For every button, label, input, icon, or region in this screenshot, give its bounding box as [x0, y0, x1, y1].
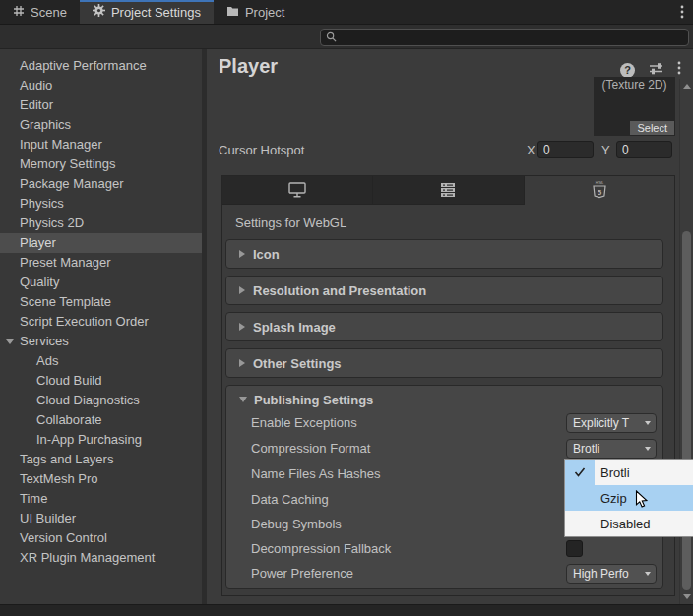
player-settings-panel: Player ? (Texture 2D) Select Cursor Hots… [207, 49, 693, 604]
dropdown-value: Explicitly T [573, 416, 629, 430]
grid-icon [13, 5, 25, 20]
foldout-collapsed-icon [239, 250, 245, 258]
hotspot-y-field[interactable] [616, 141, 672, 158]
sidebar-item-preset-manager[interactable]: Preset Manager [0, 253, 202, 273]
texture-type-label: (Texture 2D) [594, 78, 675, 92]
tab-label: Scene [31, 5, 67, 20]
enable-exceptions-label: Enable Exceptions [251, 413, 357, 433]
sidebar-item-label: Services [20, 334, 69, 348]
sidebar-item-textmesh-pro[interactable]: TextMesh Pro [0, 469, 202, 489]
dropdown-value: Brotli [573, 442, 599, 456]
sidebar-item-in-app-purchasing[interactable]: In-App Purchasing [0, 430, 202, 450]
decompression-fallback-checkbox[interactable] [566, 540, 583, 557]
kebab-icon [680, 5, 684, 19]
desktop-monitor-icon [286, 182, 308, 198]
y-axis-label: Y [601, 141, 610, 160]
server-icon [439, 182, 457, 198]
foldout-expanded-icon[interactable] [6, 339, 14, 344]
sidebar-item-memory-settings[interactable]: Memory Settings [0, 154, 202, 174]
scroll-down-arrow-icon[interactable] [683, 594, 691, 599]
section-splash-image[interactable]: Splash Image [225, 312, 663, 341]
sidebar-item-audio[interactable]: Audio [0, 76, 202, 95]
sidebar-item-ui-builder[interactable]: UI Builder [0, 509, 202, 528]
platform-tab-strip: HTML 5 [222, 176, 674, 205]
compression-format-label: Compression Format [251, 439, 370, 459]
sidebar-item-xr-plugin-management[interactable]: XR Plugin Management [0, 548, 202, 568]
compression-format-dropdown[interactable]: Brotli [566, 439, 657, 459]
window-tab-bar: Scene Project Settings Project [0, 0, 693, 25]
sidebar-item-player[interactable]: Player [0, 233, 202, 253]
power-preference-dropdown[interactable]: High Perfo [566, 564, 657, 584]
hotspot-x-field[interactable] [537, 141, 594, 158]
sidebar-item-cloud-diagnostics[interactable]: Cloud Diagnostics [0, 391, 202, 410]
compression-format-menu: Brotli Gzip Disabled [564, 459, 693, 537]
section-icon[interactable]: Icon [225, 239, 663, 269]
sidebar-item-collaborate[interactable]: Collaborate [0, 410, 202, 430]
section-resolution-and-presentation[interactable]: Resolution and Presentation [225, 276, 663, 305]
mouse-cursor [635, 490, 649, 509]
folder-icon [226, 5, 239, 20]
menu-item-brotli[interactable]: Brotli [565, 460, 693, 485]
sidebar-item-version-control[interactable]: Version Control [0, 528, 202, 548]
sidebar-item-physics[interactable]: Physics [0, 194, 202, 214]
tab-project[interactable]: Project [214, 0, 297, 24]
sidebar-item-adaptive-performance[interactable]: Adaptive Performance [0, 56, 202, 76]
publishing-settings-header[interactable]: Publishing Settings [226, 389, 373, 410]
sidebar-item-quality[interactable]: Quality [0, 273, 202, 292]
cursor-hotspot-label: Cursor Hotspot [219, 141, 304, 160]
page-title: Player [219, 55, 278, 78]
toolbar [0, 25, 693, 49]
data-caching-label: Data Caching [251, 490, 329, 510]
debug-symbols-label: Debug Symbols [251, 515, 342, 534]
menu-item-disabled[interactable]: Disabled [565, 511, 693, 536]
window-menu-button[interactable] [671, 0, 693, 24]
section-label: Icon [253, 247, 280, 262]
sidebar-item-cloud-build[interactable]: Cloud Build [0, 371, 202, 391]
checkmark-gutter [565, 485, 595, 511]
sidebar-item-tags-and-layers[interactable]: Tags and Layers [0, 450, 202, 469]
sidebar-item-time[interactable]: Time [0, 489, 202, 509]
platform-tab-dedicated-server[interactable] [373, 176, 524, 205]
name-files-as-hashes-label: Name Files As Hashes [251, 464, 381, 484]
scroll-up-arrow-icon[interactable] [683, 84, 691, 89]
section-other-settings[interactable]: Other Settings [225, 348, 663, 378]
section-label: Splash Image [253, 320, 336, 335]
sidebar-item-editor[interactable]: Editor [0, 95, 202, 115]
chevron-down-icon [645, 421, 651, 425]
decompression-fallback-label: Decompression Fallback [251, 539, 391, 559]
search-input[interactable] [341, 31, 688, 44]
sidebar-item-graphics[interactable]: Graphics [0, 115, 202, 135]
sidebar-item-package-manager[interactable]: Package Manager [0, 174, 202, 194]
section-label: Resolution and Presentation [253, 283, 426, 298]
settings-category-list: Adaptive Performance Audio Editor Graphi… [0, 49, 202, 604]
menu-item-gzip[interactable]: Gzip [565, 485, 693, 511]
sidebar-item-ads[interactable]: Ads [0, 351, 202, 371]
platform-tab-desktop[interactable] [222, 176, 373, 205]
help-icon[interactable]: ? [620, 63, 635, 78]
platform-tab-webgl[interactable]: HTML 5 [525, 176, 674, 205]
menu-item-label: Brotli [595, 465, 630, 480]
tab-project-settings[interactable]: Project Settings [80, 0, 214, 24]
section-label: Publishing Settings [254, 393, 373, 407]
foldout-collapsed-icon [239, 286, 245, 294]
tab-scene[interactable]: Scene [0, 0, 80, 24]
sidebar-item-physics-2d[interactable]: Physics 2D [0, 214, 202, 233]
sidebar-item-script-execution-order[interactable]: Script Execution Order [0, 312, 202, 332]
sidebar-item-scene-template[interactable]: Scene Template [0, 292, 202, 312]
svg-text:HTML: HTML [595, 181, 603, 185]
menu-item-label: Gzip [595, 491, 627, 506]
power-preference-label: Power Preference [251, 564, 353, 584]
foldout-collapsed-icon [239, 359, 245, 367]
search-box[interactable] [320, 29, 689, 46]
checkmark-gutter [565, 511, 595, 536]
select-texture-button[interactable]: Select [630, 121, 674, 135]
sidebar-item-input-manager[interactable]: Input Manager [0, 135, 202, 154]
window-bottom-edge [0, 604, 693, 616]
sidebar-item-services[interactable]: Services [0, 332, 202, 351]
panel-kebab-icon[interactable] [677, 61, 681, 79]
dropdown-value: High Perfo [573, 567, 629, 581]
default-cursor-texture-preview[interactable]: (Texture 2D) Select [594, 77, 675, 136]
enable-exceptions-dropdown[interactable]: Explicitly T [566, 413, 657, 433]
svg-text:5: 5 [598, 188, 602, 197]
section-label: Other Settings [253, 356, 342, 371]
